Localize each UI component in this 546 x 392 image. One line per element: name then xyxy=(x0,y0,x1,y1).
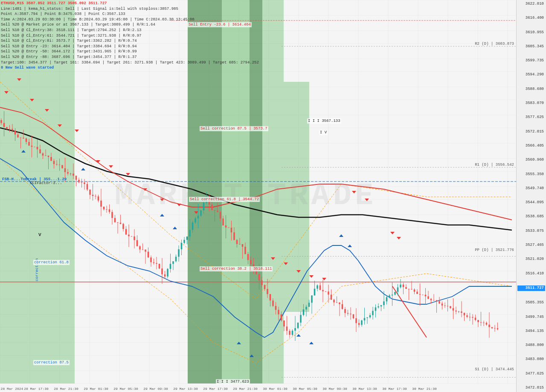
blue-correction-87-label: correction 87.5 xyxy=(33,360,70,365)
price-3533: 3533.075 xyxy=(517,229,545,233)
price-3599: 3599.735 xyxy=(517,58,545,63)
time-29mar-1330: 29 Mar 13:30 xyxy=(173,387,198,391)
info-line-12: 0 New Sell wave started xyxy=(1,65,259,71)
price-3483: 3483.080 xyxy=(517,357,545,362)
info-line-10: Sell %20 @ Entry -88: 3687.696 | Target:… xyxy=(1,55,259,60)
time-29mar-0530: 29 Mar 05:30 xyxy=(113,387,138,391)
price-axis: 3622.010 3616.400 3610.955 3605.345 3599… xyxy=(516,0,546,392)
r1-level-label: R1 (D) | 3556.542 xyxy=(475,163,514,167)
info-line-8: Sell %10 @ Entry -23: 3614.404 | Target:… xyxy=(1,44,259,49)
price-3477: 3477.625 xyxy=(517,372,545,376)
info-line-3: Time A:2024.03.29 03:30:00 | Time B:2024… xyxy=(1,17,259,23)
price-3572: 3572.015 xyxy=(517,130,545,134)
top-info-panel: ETHUSD,M15 3507.852 3511.727 3505.092 35… xyxy=(1,1,259,71)
info-line-2: Point A:3587.794 | Point B:3475.038 | Po… xyxy=(1,12,259,17)
time-28mar-1730: 28 Mar 17:30 xyxy=(24,387,49,391)
time-30mar-0530: 30 Mar 05:30 xyxy=(293,387,317,391)
time-28mar-2130: 28 Mar 21:30 xyxy=(54,387,78,391)
time-30mar-1330: 30 Mar 13:30 xyxy=(352,387,377,391)
price-3555: 3555.350 xyxy=(517,172,545,177)
time-30mar-0930: 30 Mar 09:30 xyxy=(322,387,347,391)
price-3577: 3577.625 xyxy=(517,115,545,120)
sell-correction-38-label: Sell correction 38.2 | 3518.111 xyxy=(200,266,273,271)
current-price-label: 3511.727 xyxy=(517,285,545,291)
time-29mar-1730: 29 Mar 17:30 xyxy=(203,387,228,391)
wave-iv-label: I V xyxy=(319,130,328,135)
time-30mar-1730: 30 Mar 17:30 xyxy=(382,387,407,391)
price-3544: 3544.095 xyxy=(517,200,545,205)
price-3560: 3560.960 xyxy=(517,158,545,162)
price-3499: 3499.745 xyxy=(517,315,545,320)
time-30mar-0130: 30 Mar 01:30 xyxy=(263,387,288,391)
price-3610: 3610.955 xyxy=(517,30,545,35)
time-30mar-2130: 30 Mar 21:30 xyxy=(412,387,437,391)
pp-level-label: PP (D) | 3521.776 xyxy=(475,248,514,252)
price-3583: 3583.070 xyxy=(517,101,545,106)
sell-correction-87-label: Sell correction 87.5 | 3573.7 xyxy=(200,126,268,131)
price-3494: 3494.135 xyxy=(517,329,545,334)
s1-level-label: S1 (D) | 3474.445 xyxy=(475,367,514,372)
info-line-7: Sell %10 @ Cl_Entry:8i: 3573.7 | Target:… xyxy=(1,38,259,44)
price-3549: 3549.740 xyxy=(517,186,545,191)
wave-iii-bottom-label: I I I 3477.623 xyxy=(216,379,250,384)
price-3622: 3622.010 xyxy=(517,2,545,6)
info-line-6: Sell %10 @ Cl_Entry:61: 3544.721 | Targe… xyxy=(1,33,259,39)
price-3516: 3516.410 xyxy=(517,271,545,276)
price-3566: 3566.405 xyxy=(517,144,545,148)
chart-title-line: ETHUSD,M15 3507.852 3511.727 3505.092 35… xyxy=(1,1,259,6)
sell-correction-61-label: Sell correction 61.8 | 3544.72 xyxy=(189,197,260,202)
r2-level-label: R2 (D) | 3603.873 xyxy=(475,42,514,46)
price-3488: 3488.800 xyxy=(517,343,545,348)
info-line-1: Line:1481 | kema_h1_status: Sell | Last … xyxy=(1,6,259,12)
price-3521: 3521.020 xyxy=(517,257,545,262)
price-3588: 3588.680 xyxy=(517,87,545,92)
info-line-5: Sell %10 @ Cl_Entry:38: 3518.111 | Targe… xyxy=(1,28,259,33)
wave-iii-label: I I I 3567.133 xyxy=(307,118,341,124)
info-line-11: Target:100: 3454.377 | Target 161: 3384.… xyxy=(1,60,259,66)
price-3505: 3505.355 xyxy=(517,300,545,305)
time-29mar-2130: 29 Mar 21:30 xyxy=(233,387,258,391)
chart-container: MARK T TRADE ETHUSD,M15 3507.852 3511.72… xyxy=(0,0,546,392)
info-line-9: Sell %20 @ Entry -50: 3644.172 | Target:… xyxy=(1,49,259,55)
time-axis: 28 Mar 2024 28 Mar 17:30 28 Mar 21:30 29… xyxy=(0,383,529,392)
time-28mar: 28 Mar 2024 xyxy=(1,387,23,391)
price-3605: 3605.345 xyxy=(517,44,545,49)
price-3594: 3594.290 xyxy=(517,72,545,77)
info-line-4: Sell %20 @ Market price or at 3567.133 |… xyxy=(1,22,259,28)
price-3527: 3527.465 xyxy=(517,243,545,248)
price-3538: 3538.685 xyxy=(517,214,545,219)
time-29mar-0130: 29 Mar 01:30 xyxy=(84,387,108,391)
time-29mar-0930: 29 Mar 09:30 xyxy=(143,387,168,391)
price-3616: 3616.400 xyxy=(517,16,545,20)
blue-correction-61-label: correction 61.8 xyxy=(33,260,70,265)
